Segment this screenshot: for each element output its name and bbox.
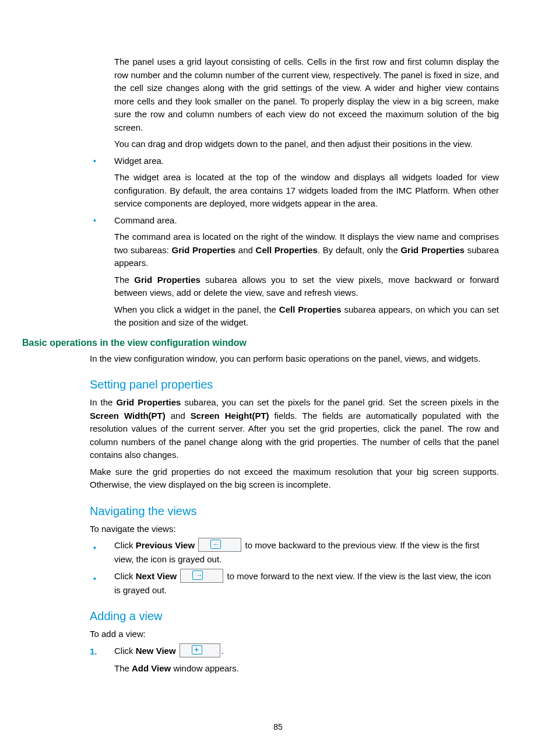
content-area: The panel uses a grid layout consisting …: [57, 55, 499, 675]
list-item: Command area. The command area is locate…: [57, 214, 499, 330]
text: In the: [90, 397, 116, 407]
step-number: 1.: [90, 646, 97, 656]
list-body: When you click a widget in the panel, th…: [114, 303, 499, 330]
paragraph: The panel uses a grid layout consisting …: [114, 55, 499, 134]
text: and: [166, 411, 191, 421]
text: When you click a widget in the panel, th…: [114, 304, 279, 314]
list-head: Command area.: [114, 214, 499, 228]
bold-term: Grid Properties: [172, 245, 236, 255]
text: The: [114, 275, 134, 285]
bold-term: Grid Properties: [134, 275, 200, 285]
paragraph: Make sure the grid properties do not exc…: [90, 466, 499, 492]
list-head: Widget area.: [114, 155, 499, 168]
list-body: The command area is located on the right…: [114, 230, 499, 270]
paragraph: In the Grid Properties subarea, you can …: [90, 396, 499, 462]
numbered-list: 1. Click New View +. The Add View window…: [57, 645, 499, 676]
previous-view-icon: ←: [198, 538, 241, 552]
next-view-icon: →: [180, 569, 223, 583]
text: and: [235, 245, 255, 255]
page-number: 85: [0, 722, 556, 732]
list-item: Click Previous View ← to move backward t…: [57, 539, 499, 566]
list-item: Click Next View → to move forward to the…: [57, 570, 499, 597]
bold-term: Cell Properties: [256, 245, 318, 255]
text: Click: [114, 571, 136, 581]
list-item: 1. Click New View +. The Add View window…: [57, 645, 499, 676]
heading-basic-operations: Basic operations in the view configurati…: [22, 338, 499, 348]
list-body: The widget area is located at the top of…: [114, 171, 499, 211]
bold-term: Cell Properties: [279, 304, 342, 314]
bullet-list: Click Previous View ← to move backward t…: [57, 539, 499, 597]
list-item: Widget area. The widget area is located …: [57, 155, 499, 211]
bold-term: Screen Width(PT): [90, 411, 166, 421]
text: window appears.: [171, 663, 239, 673]
list-body: The Add View window appears.: [114, 662, 499, 676]
list-body: Click New View +.: [114, 645, 499, 659]
paragraph: You can drag and drop widgets down to th…: [114, 138, 499, 151]
bold-term: Add View: [132, 663, 171, 673]
paragraph: In the view configuration window, you ca…: [90, 352, 499, 366]
text: subarea, you can set the pixels for the …: [181, 397, 499, 407]
bold-term: Screen Height(PT): [191, 411, 269, 421]
text: . By default, only the: [318, 245, 401, 255]
new-view-icon: +: [180, 643, 220, 657]
heading-setting-panel: Setting panel properties: [90, 378, 499, 391]
list-body: The Grid Properties subarea allows you t…: [114, 274, 499, 300]
text: Click: [114, 540, 136, 550]
bold-term: Grid Properties: [116, 397, 181, 407]
bold-term: Previous View: [136, 540, 195, 550]
bullet-list: Widget area. The widget area is located …: [57, 155, 499, 330]
page: The panel uses a grid layout consisting …: [0, 0, 556, 756]
bold-term: Next View: [136, 571, 177, 581]
text: Click: [114, 646, 136, 656]
bold-term: New View: [136, 646, 176, 656]
list-body: Click Next View → to move forward to the…: [114, 570, 499, 597]
bold-term: Grid Properties: [400, 245, 464, 255]
paragraph: To navigate the views:: [90, 523, 499, 536]
heading-adding-view: Adding a view: [90, 610, 499, 623]
paragraph: To add a view:: [90, 628, 499, 641]
heading-navigating: Navigating the views: [90, 505, 499, 518]
list-body: Click Previous View ← to move backward t…: [114, 539, 499, 566]
text: The: [114, 663, 132, 673]
text: .: [221, 646, 224, 656]
